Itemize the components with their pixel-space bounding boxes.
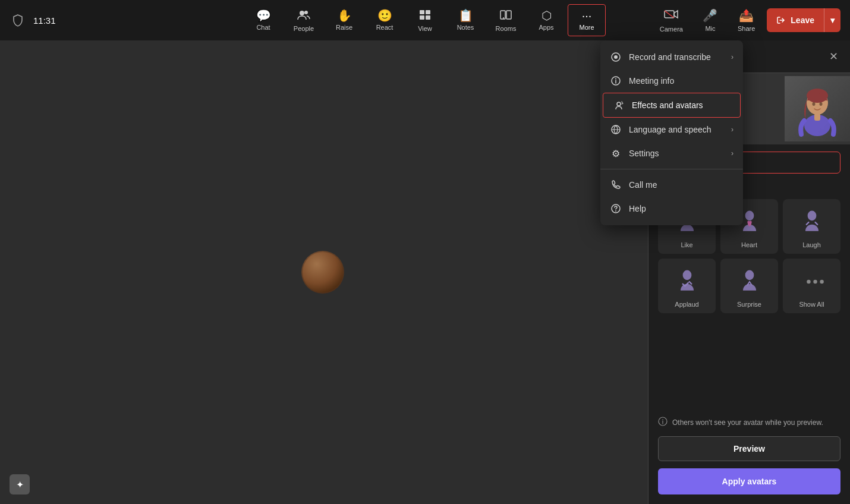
nav-raise[interactable]: ✋ Raise [325,5,363,36]
svg-point-21 [813,102,816,106]
menu-record[interactable]: Record and transcribe › [600,45,743,69]
svg-point-30 [745,270,754,281]
heart-label: Heart [741,241,757,248]
nav-react[interactable]: 🙂 React [366,5,404,36]
shield-icon [10,12,26,29]
chat-label: Chat [256,24,270,31]
settings-icon: ⚙ [610,147,622,159]
nav-chat[interactable]: 💬 Chat [244,5,282,36]
applaud-figure [672,266,703,297]
nav-view[interactable]: View [406,4,444,37]
camera-button[interactable]: Camera [653,4,690,37]
notes-label: Notes [457,24,474,31]
apply-avatars-button[interactable]: Apply avatars [658,468,840,494]
leave-main: Leave [767,8,824,32]
like-label: Like [681,241,692,248]
share-label: Share [738,25,755,32]
nav-more[interactable]: ··· More [568,4,606,36]
settings-chevron: › [731,149,733,158]
dropdown-menu: Record and transcribe › Meeting info Eff… [600,40,743,225]
camera-icon [664,8,678,23]
reaction-laugh[interactable]: Laugh [783,199,840,254]
language-label: Language and speech [629,125,712,134]
menu-language[interactable]: Language and speech › [600,118,743,141]
bottom-left-icon[interactable]: ✦ [10,474,30,494]
nav-apps[interactable]: ⬡ Apps [527,5,565,36]
share-icon: 📤 [739,8,754,23]
notes-icon: 📋 [458,10,473,21]
menu-meeting-info[interactable]: Meeting info [600,69,743,93]
raise-icon: ✋ [337,10,352,21]
topbar: 11:31 💬 Chat People ✋ Raise 🙂 React [0,0,850,40]
close-panel-button[interactable]: ✕ [827,48,840,65]
avatar-image [303,252,343,292]
svg-point-22 [820,102,823,106]
svg-point-31 [807,280,810,284]
camera-label: Camera [660,26,683,33]
react-icon: 🙂 [377,10,392,21]
surprise-figure [734,266,765,297]
share-button[interactable]: 📤 Share [731,4,762,37]
topbar-right: Camera 🎤 Mic 📤 Share Leave ▾ [653,4,840,37]
svg-point-14 [615,78,616,80]
laugh-label: Laugh [802,241,821,248]
info-text-container: Others won't see your avatar while you p… [648,411,850,434]
people-icon [297,9,310,23]
mic-icon: 🎤 [703,8,717,23]
hand-icon: ✦ [16,479,24,490]
record-label: Record and transcribe [629,52,711,62]
nav-notes[interactable]: 📋 Notes [446,5,484,36]
more-label: More [579,24,594,31]
mic-label: Mic [705,25,715,32]
record-chevron: › [731,53,733,61]
svg-rect-2 [420,10,424,14]
record-icon [610,51,622,63]
time-display: 11:31 [33,15,56,26]
call-me-label: Call me [629,180,657,190]
mic-button[interactable]: 🎤 Mic [695,4,726,37]
help-icon [610,203,622,215]
svg-point-1 [304,11,308,14]
laugh-figure [797,207,827,238]
rooms-icon [499,9,512,23]
svg-point-29 [682,270,691,281]
info-icon [658,417,668,428]
react-label: React [376,24,393,31]
svg-point-17 [615,210,616,212]
svg-point-33 [820,280,823,284]
menu-effects-avatars[interactable]: Effects and avatars [603,93,741,118]
leave-chevron-icon[interactable]: ▾ [824,8,840,32]
svg-rect-23 [814,114,820,121]
language-icon [610,124,622,136]
menu-help[interactable]: Help [600,197,743,220]
info-text: Others won't see your avatar while you p… [672,418,823,427]
effects-avatars-label: Effects and avatars [632,100,703,110]
svg-point-11 [614,55,618,59]
applaud-label: Applaud [675,301,698,308]
reaction-show-all[interactable]: Show All [783,259,840,313]
menu-settings[interactable]: ⚙ Settings › [600,141,743,165]
rooms-label: Rooms [496,25,517,32]
settings-label: Settings [629,149,659,158]
leave-label: Leave [791,15,814,25]
topbar-center: 💬 Chat People ✋ Raise 🙂 React [244,4,606,37]
people-label: People [294,25,314,32]
svg-line-9 [665,11,674,18]
menu-call-me[interactable]: Call me [600,173,743,197]
nav-people[interactable]: People [285,4,323,37]
menu-divider [600,169,743,169]
leave-button[interactable]: Leave ▾ [767,8,840,32]
avatar-svg [791,78,844,140]
svg-point-27 [745,211,754,221]
svg-rect-5 [426,15,430,20]
more-icon: ··· [582,10,592,21]
reaction-surprise[interactable]: Surprise [720,259,778,313]
meeting-info-label: Meeting info [629,76,674,86]
svg-point-36 [662,419,663,420]
svg-rect-4 [420,15,424,20]
svg-point-28 [807,211,816,221]
svg-point-15 [617,102,621,106]
reaction-applaud[interactable]: Applaud [658,259,716,313]
preview-button[interactable]: Preview [658,436,840,461]
nav-rooms[interactable]: Rooms [487,4,525,37]
